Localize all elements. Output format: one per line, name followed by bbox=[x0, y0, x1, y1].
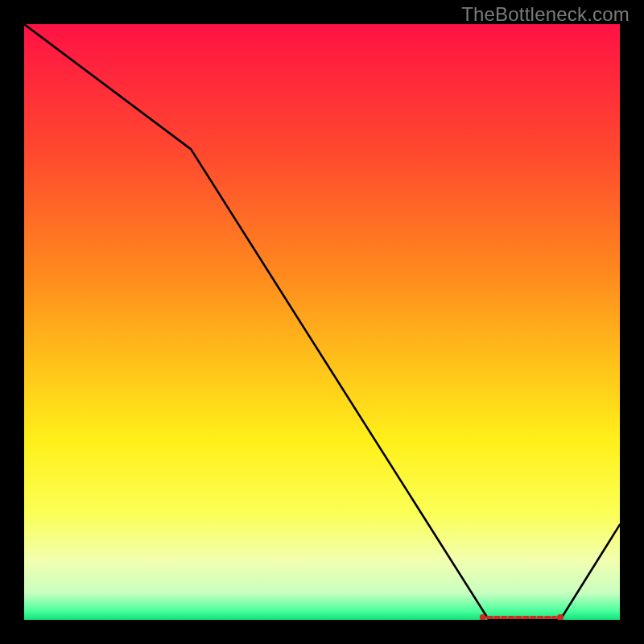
chart-plot bbox=[24, 24, 620, 620]
attribution-label: TheBottleneck.com bbox=[461, 3, 630, 26]
svg-rect-0 bbox=[24, 24, 620, 620]
chart-frame: TheBottleneck.com bbox=[0, 0, 644, 644]
